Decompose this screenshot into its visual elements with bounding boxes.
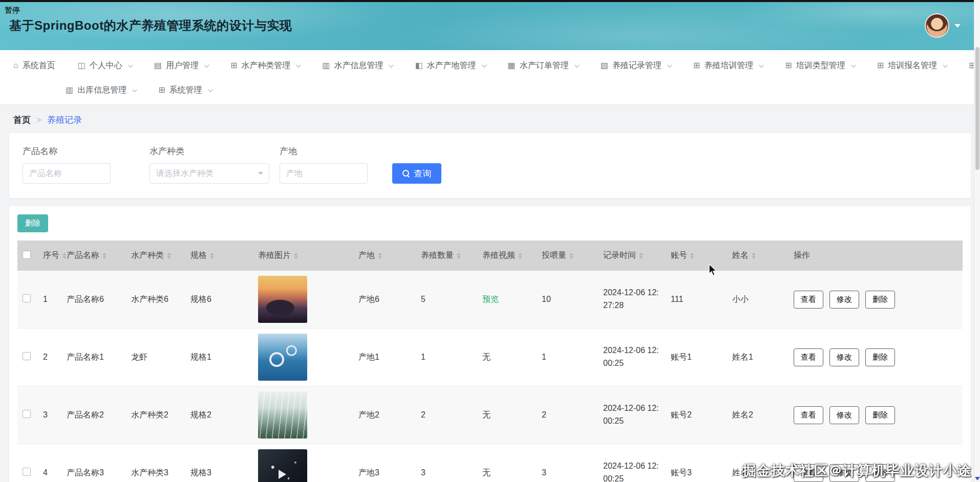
edit-button[interactable]: 修改 [829, 464, 859, 482]
avatar[interactable] [925, 13, 949, 38]
cell-account: 账号2 [666, 386, 727, 444]
nav-item-aqua-origin-mgmt[interactable]: ◧水产产地管理 [415, 60, 485, 71]
view-button[interactable]: 查看 [794, 406, 823, 424]
sort-asc-icon [167, 253, 171, 255]
nav-item-system-mgmt[interactable]: ⊞系统管理 [158, 85, 211, 96]
column-header-5: 产地 [353, 240, 416, 271]
cell-feed-amount: 10 [537, 271, 598, 328]
cell-checkbox [17, 386, 38, 444]
sort-icon[interactable] [569, 253, 573, 259]
cell-breed-image [253, 386, 353, 444]
nav-item-breeding-record-mgmt[interactable]: ▧养殖记录管理 [601, 60, 671, 71]
edit-button[interactable]: 修改 [829, 348, 859, 366]
view-button[interactable]: 查看 [794, 291, 823, 309]
delete-button[interactable]: 删除 [865, 291, 895, 309]
cell-origin: 产地6 [353, 271, 416, 328]
field-label: 水产种类 [150, 145, 269, 157]
origin-input[interactable] [280, 163, 368, 184]
sort-desc-icon [690, 256, 694, 259]
sort-icon[interactable] [102, 253, 106, 259]
query-button[interactable]: 查询 [392, 163, 441, 184]
column-header-label: 产品名称 [67, 251, 99, 259]
sort-asc-icon [518, 253, 522, 255]
view-button[interactable]: 查看 [794, 348, 823, 366]
breed-image-thumbnail[interactable] [258, 276, 307, 323]
breadcrumb-home[interactable]: 首页 [13, 114, 31, 126]
nav-item-breeding-training-mgmt[interactable]: ⊞养殖培训管理 [693, 60, 762, 71]
cell-breed-count: 3 [416, 444, 477, 482]
breed-image-thumbnail[interactable] [258, 334, 307, 381]
nav-item-system-home[interactable]: ⌂系统首页 [13, 60, 55, 71]
delete-button[interactable]: 删除 [865, 406, 895, 424]
nav-item-aqua-order-mgmt[interactable]: ▦水产订单管理 [508, 60, 578, 71]
cell-index: 4 [38, 444, 61, 482]
breadcrumb-current[interactable]: 养殖记录 [47, 114, 82, 126]
edit-button[interactable]: 修改 [829, 406, 859, 424]
view-button[interactable]: 查看 [794, 464, 823, 482]
column-header-4: 养殖图片 [253, 240, 353, 271]
sort-icon[interactable] [518, 253, 522, 259]
sort-icon[interactable] [62, 253, 67, 259]
nav-item-outbound-info-mgmt[interactable]: ▥出库信息管理 [66, 85, 136, 96]
breed-image-thumbnail[interactable] [258, 449, 307, 482]
nav-item-label: 培训报名管理 [888, 60, 937, 71]
bar-chart-icon: ▥ [66, 86, 73, 94]
field-origin: 产地 [280, 145, 368, 184]
message-icon: ▤ [154, 61, 162, 70]
sort-icon[interactable] [167, 253, 171, 259]
nav-item-label: 水产种类管理 [241, 60, 290, 71]
sort-icon[interactable] [457, 253, 461, 259]
nav-item-training-type-mgmt[interactable]: ⊞培训类型管理 [785, 60, 854, 71]
chevron-down-icon [851, 62, 856, 68]
product-name-input[interactable] [23, 163, 111, 184]
sort-icon[interactable] [752, 253, 756, 259]
select-all-checkbox[interactable] [23, 251, 31, 259]
cell-index: 1 [38, 271, 61, 328]
document-icon: ▥ [322, 61, 330, 70]
row-checkbox[interactable] [23, 410, 31, 418]
nav-item-training-signup-mgmt[interactable]: ⊞培训报名管理 [877, 60, 946, 71]
nav-item-user-mgmt[interactable]: ▤用户管理 [154, 60, 208, 71]
nav-item-aqua-info-mgmt[interactable]: ▥水产信息管理 [322, 60, 392, 71]
aqua-type-select[interactable]: 请选择水产种类 [150, 163, 269, 184]
sort-icon[interactable] [639, 253, 643, 259]
user-menu[interactable] [925, 13, 961, 38]
sort-desc-icon [167, 256, 171, 259]
cell-origin: 产地1 [353, 328, 416, 386]
video-preview-link[interactable]: 预览 [482, 295, 499, 303]
column-header-label: 记录时间 [603, 251, 636, 259]
column-header-label: 养殖数量 [421, 251, 454, 259]
scrollbar-thumb[interactable] [975, 47, 979, 170]
home-icon: ⌂ [13, 61, 18, 70]
nav-item-aqua-type-mgmt[interactable]: ⊞水产种类管理 [230, 60, 300, 71]
delete-button[interactable]: 删除 [865, 348, 895, 366]
column-header-10: 账号 [666, 240, 727, 271]
cell-feed-amount: 2 [537, 386, 598, 444]
delete-button[interactable]: 删除 [865, 464, 895, 482]
cell-spec: 规格2 [185, 386, 253, 444]
chevron-down-icon [132, 87, 137, 92]
row-checkbox[interactable] [23, 352, 31, 360]
cell-product-name: 产品名称6 [61, 271, 126, 328]
edit-button[interactable]: 修改 [829, 291, 859, 309]
sort-icon[interactable] [378, 253, 382, 259]
cell-breed-image [253, 444, 353, 482]
breed-image-thumbnail[interactable] [258, 391, 307, 439]
bulk-delete-button[interactable]: 删除 [17, 214, 48, 232]
column-header-label: 操作 [794, 251, 810, 259]
row-checkbox[interactable] [23, 294, 31, 302]
scroll-down-arrow[interactable] [975, 477, 980, 480]
nav-item-personal-center[interactable]: ◫个人中心 [78, 60, 132, 71]
sort-icon[interactable] [210, 253, 214, 259]
cell-breed-image [253, 328, 353, 386]
video-none-text: 无 [482, 410, 491, 419]
sort-icon[interactable] [294, 253, 298, 259]
nav-item-label: 养殖记录管理 [612, 60, 662, 71]
table-row: 3产品名称2水产种类2规格2产地22无22024-12-06 12:00:25账… [17, 386, 963, 444]
cell-actions: 查看修改删除 [789, 328, 963, 386]
column-header-6: 养殖数量 [416, 240, 477, 271]
cell-record-time: 2024-12-06 12:27:28 [598, 271, 666, 328]
column-header-9: 记录时间 [598, 240, 666, 271]
sort-icon[interactable] [690, 253, 694, 259]
row-checkbox[interactable] [23, 468, 31, 476]
